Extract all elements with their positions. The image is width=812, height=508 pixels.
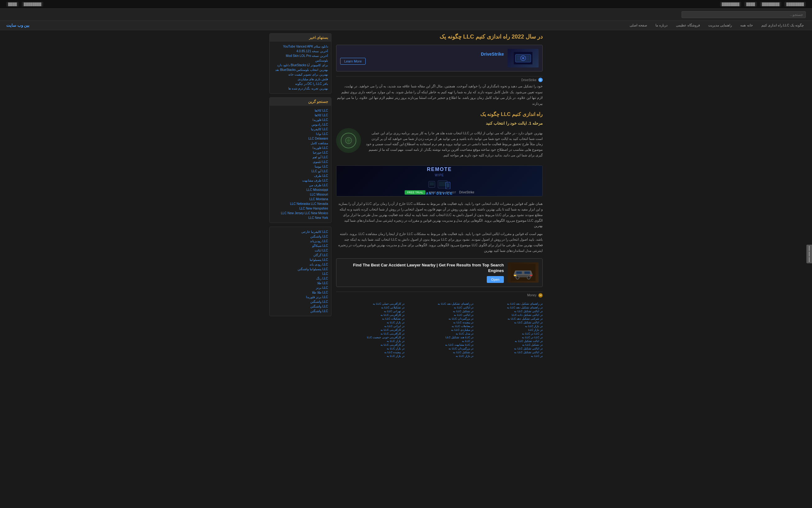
- sidebar-cat-item[interactable]: LLC طرف مشابهت: [273, 178, 328, 183]
- list-item[interactable]: در بازار LLC: [474, 328, 543, 332]
- sidebar-cat-item[interactable]: LLC آیو اهم: [273, 155, 328, 160]
- list-item[interactable]: در تشکیلات LLC به: [336, 317, 404, 321]
- list-item[interactable]: در تشکیل LLC به: [405, 309, 474, 313]
- list-item[interactable]: در ایالتی LLC به: [405, 313, 474, 317]
- list-item[interactable]: در راهنمای تشکیل دهد LLC به: [474, 302, 543, 306]
- list-item[interactable]: در کارآفرینی حملی LLC به: [336, 302, 404, 306]
- sidebar-lower-item[interactable]: LLC طلا طلا: [273, 290, 328, 295]
- sidebar-cat-item[interactable]: LLC کالاها: [273, 113, 328, 118]
- list-item[interactable]: در بزرگمردان LLC به: [405, 317, 474, 321]
- sidebar-recent-item[interactable]: برای کامپیوتر آیا BlueStacks دانلود دارد: [273, 63, 328, 68]
- sidebar-lower-item[interactable]: LLC واشنگتن: [273, 299, 328, 304]
- sidebar-recent-item[interactable]: بافر LLC را DC در چگونه: [273, 81, 328, 86]
- list-item[interactable]: در میلیاردی LLC به: [405, 328, 474, 332]
- sidebar-cat-item[interactable]: LLC فلوریدا: [273, 118, 328, 122]
- sidebar-lower-item[interactable]: LLC رنگ: [273, 276, 328, 281]
- sidebar-lower-item[interactable]: LLC رودی یاند: [273, 262, 328, 267]
- list-item[interactable]: در بازار LLC به: [336, 354, 404, 358]
- list-item[interactable]: در ایالتی تشکیل LLC به: [474, 347, 543, 350]
- sidebar-cat-item[interactable]: LLC Mississippi: [273, 187, 328, 192]
- list-item[interactable]: در راهنمای تشکیل دهد LLC به: [474, 306, 543, 309]
- sidebar-lower-item[interactable]: LLC کالیفرنیا خارجی: [273, 229, 328, 234]
- search-input[interactable]: [681, 11, 806, 18]
- list-item[interactable]: در بازار LLC به: [474, 324, 543, 328]
- nav-link-guide[interactable]: راهنمایی مدیریت: [706, 23, 734, 28]
- sidebar-cat-item[interactable]: LLC کالاها: [273, 108, 328, 113]
- sidebar-lower-item[interactable]: LLC رودیزیاند: [273, 239, 328, 244]
- sidebar-toggle[interactable]: [806, 245, 812, 263]
- list-item[interactable]: در LLC هند تشکیل LLC: [405, 335, 474, 339]
- list-item[interactable]: در ایرانی LLC به: [336, 324, 404, 328]
- list-item[interactable]: در شرکتی تشکیل دهد LLC به: [474, 317, 543, 321]
- nav-link-home[interactable]: صفحه اصلی: [628, 23, 649, 28]
- sidebar-recent-item[interactable]: بهترین انتخاب بلوستکس BlueStacks نقد: [273, 68, 328, 72]
- sidebar-lower-item[interactable]: LLC واشنگتن: [273, 309, 328, 313]
- sidebar-recent-item[interactable]: فلش بازی های میلیاردی: [273, 77, 328, 81]
- learn-more-button[interactable]: Learn More: [340, 58, 366, 65]
- nav-link-about[interactable]: درباره ما: [654, 23, 669, 28]
- sidebar-cat-item[interactable]: LLC Nebraska LLC Nevada: [273, 202, 328, 206]
- list-item[interactable]: در تشکیلاتی LLC به: [336, 306, 404, 309]
- list-item[interactable]: در LLC مشابهت LLC به: [405, 343, 474, 347]
- list-item[interactable]: در تهرانی LLC به: [336, 309, 404, 313]
- list-item[interactable]: در کارآفرینی LLC به: [336, 313, 404, 317]
- sidebar-lower-item[interactable]: LLC واشنگتن: [273, 304, 328, 309]
- list-item[interactable]: در کارآفرینی خوبی جمعیت LLC: [336, 335, 404, 339]
- sidebar-cat-item[interactable]: LLC New Hampshire: [273, 206, 328, 211]
- sidebar-recent-item[interactable]: بهترین برای تصویر کیفیت خانه: [273, 72, 328, 77]
- list-item[interactable]: در بازار LLC به: [336, 339, 404, 343]
- sidebar-cat-item[interactable]: LLC New York: [273, 215, 328, 220]
- sidebar-lower-item[interactable]: LLC پنسیلوانیا واشنگتن: [273, 267, 328, 271]
- list-item[interactable]: در LLC در LLC به: [474, 332, 543, 335]
- sidebar-cat-item[interactable]: LLC فلوریدا: [273, 145, 328, 150]
- sidebar-recent-item[interactable]: بلوستکس: [273, 58, 328, 63]
- sidebar-lower-item[interactable]: LLC ایالت: [273, 248, 328, 253]
- sidebar-lower-item[interactable]: LLC پنسیلوانیا: [273, 257, 328, 262]
- car-ad-open-button[interactable]: Open: [487, 276, 504, 283]
- sidebar-lower-item[interactable]: LLC برنز: [273, 285, 328, 290]
- sidebar-lower-item[interactable]: LLC طلا: [273, 281, 328, 285]
- list-item[interactable]: در راهنمای تشکیل دهد LLC به: [405, 302, 474, 306]
- sidebar-lower-item[interactable]: LLC شیکاگو: [273, 244, 328, 248]
- sidebar-cat-item[interactable]: LLC کالیفرنیا: [273, 127, 328, 131]
- list-item[interactable]: در ایالتی تشکیل LLC به: [474, 321, 543, 324]
- list-item[interactable]: در LLC در LLC به: [474, 335, 543, 339]
- list-item[interactable]: در پیچیده LLC به: [405, 321, 474, 324]
- list-item[interactable]: در ایالتی LLC به: [405, 306, 474, 309]
- list-item[interactable]: در ایالتی تشکیل LLC به: [474, 309, 543, 313]
- list-item[interactable]: در تشکیل LLC به: [474, 343, 543, 347]
- list-item[interactable]: در بازار LLC به: [336, 321, 404, 324]
- sidebar-cat-item[interactable]: LLC ایلینوی: [273, 160, 328, 164]
- sidebar-cat-item[interactable]: LLC رادیوس: [273, 122, 328, 127]
- sidebar-cat-item[interactable]: LLC آیو LLC: [273, 169, 328, 173]
- sidebar-cat-item[interactable]: LLC Missouri: [273, 192, 328, 197]
- list-item[interactable]: در ایالتی تشکیل LLC به: [474, 350, 543, 354]
- list-item[interactable]: در LLC به: [405, 339, 474, 343]
- sidebar-cat-item[interactable]: LLC New Jersey LLC New Mexico: [273, 211, 328, 215]
- list-item[interactable]: در ایالتی تشکیل داده LLC: [474, 313, 543, 317]
- sidebar-recent-item[interactable]: آخرین نسخه Mod Skin LOL Pro: [273, 53, 328, 58]
- list-item[interactable]: در پیچیده LLC به: [336, 350, 404, 354]
- sidebar-lower-item[interactable]: LLC واشنگتن: [273, 234, 328, 239]
- sidebar-lower-item[interactable]: LLC گرگان: [273, 253, 328, 257]
- list-item[interactable]: در LLC به: [474, 354, 543, 358]
- list-item[interactable]: در تشکیل LLC به: [405, 350, 474, 354]
- sidebar-cat-item[interactable]: LLC طرف: [273, 173, 328, 178]
- list-item[interactable]: در کارآفرینی LLC به: [336, 328, 404, 332]
- remote-wipe-cta[interactable]: FREE TRIAL: [404, 190, 426, 195]
- sidebar-lower-item[interactable]: LLC برنز فلوریدا: [273, 295, 328, 299]
- list-item[interactable]: در ایالت تشکیل LLC به: [474, 339, 543, 343]
- nav-link-store[interactable]: فروشگاه عظیمی: [674, 23, 702, 28]
- sidebar-cat-item[interactable]: مشاهده کامل: [273, 141, 328, 145]
- list-item[interactable]: در کارآفرینی LLC به: [336, 343, 404, 347]
- nav-link-llc[interactable]: چگونه یک LLC راه اندازی کنیم: [760, 23, 806, 28]
- sidebar-recent-item[interactable]: دانلود سلام YouTube Vanced APK: [273, 44, 328, 49]
- sidebar-cat-item[interactable]: LLC Montana: [273, 197, 328, 202]
- list-item[interactable]: در مدل LLC به: [405, 332, 474, 335]
- list-item[interactable]: در معاملات LLC به: [405, 324, 474, 328]
- nav-link-all[interactable]: خانه همه: [738, 23, 755, 28]
- sidebar-cat-item[interactable]: LLC جورجیا: [273, 150, 328, 155]
- list-item[interactable]: در بازار LLC به: [336, 347, 404, 350]
- sidebar-recent-item[interactable]: بهترین تجربه بگذار درم شده ها: [273, 86, 328, 91]
- sidebar-recent-item[interactable]: آخرین نسخه 4.0.85.121: [273, 49, 328, 53]
